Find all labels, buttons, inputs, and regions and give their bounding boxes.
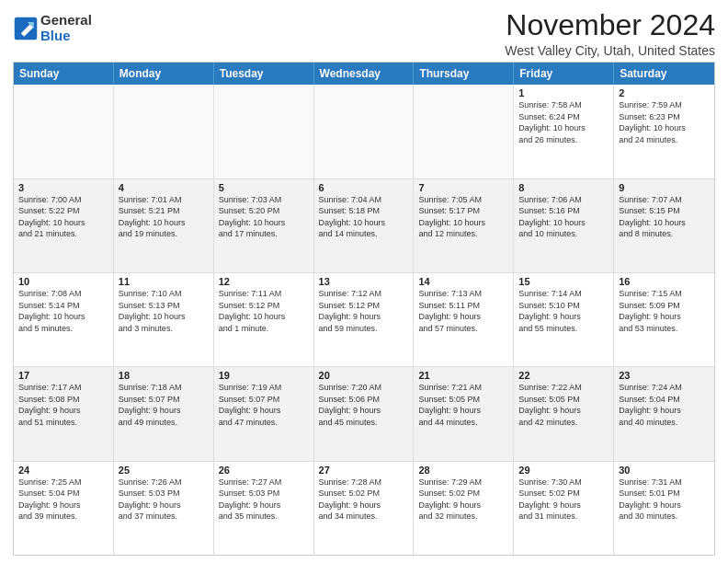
cal-cell-1-1: 4Sunrise: 7:01 AM Sunset: 5:21 PM Daylig…: [114, 179, 214, 272]
header-day-thursday: Thursday: [414, 63, 514, 85]
day-info: Sunrise: 7:27 AM Sunset: 5:03 PM Dayligh…: [219, 477, 309, 523]
day-number: 17: [18, 370, 108, 381]
day-info: Sunrise: 7:31 AM Sunset: 5:01 PM Dayligh…: [619, 477, 710, 523]
day-number: 19: [219, 370, 309, 381]
calendar-header: SundayMondayTuesdayWednesdayThursdayFrid…: [14, 63, 714, 85]
day-number: 5: [219, 182, 309, 193]
month-title: November 2024: [505, 9, 715, 41]
cal-cell-2-3: 13Sunrise: 7:12 AM Sunset: 5:12 PM Dayli…: [314, 273, 415, 366]
cal-cell-0-2: [214, 85, 314, 178]
day-number: 20: [319, 370, 409, 381]
day-number: 8: [518, 182, 609, 193]
cal-cell-1-4: 7Sunrise: 7:05 AM Sunset: 5:17 PM Daylig…: [414, 179, 514, 272]
cal-cell-3-6: 23Sunrise: 7:24 AM Sunset: 5:04 PM Dayli…: [614, 367, 714, 460]
cal-cell-4-4: 28Sunrise: 7:29 AM Sunset: 5:02 PM Dayli…: [414, 462, 514, 555]
day-number: 27: [319, 465, 409, 476]
day-info: Sunrise: 7:10 AM Sunset: 5:13 PM Dayligh…: [119, 288, 209, 334]
day-number: 12: [219, 276, 309, 287]
day-number: 15: [518, 276, 609, 287]
day-info: Sunrise: 7:19 AM Sunset: 5:07 PM Dayligh…: [219, 382, 309, 428]
cal-cell-2-0: 10Sunrise: 7:08 AM Sunset: 5:14 PM Dayli…: [14, 273, 114, 366]
cal-cell-4-2: 26Sunrise: 7:27 AM Sunset: 5:03 PM Dayli…: [214, 462, 314, 555]
day-info: Sunrise: 7:08 AM Sunset: 5:14 PM Dayligh…: [18, 288, 108, 334]
cal-cell-2-4: 14Sunrise: 7:13 AM Sunset: 5:11 PM Dayli…: [414, 273, 514, 366]
cal-cell-4-1: 25Sunrise: 7:26 AM Sunset: 5:03 PM Dayli…: [114, 462, 214, 555]
cal-cell-4-3: 27Sunrise: 7:28 AM Sunset: 5:02 PM Dayli…: [314, 462, 415, 555]
day-number: 10: [18, 276, 108, 287]
logo-blue-text: Blue: [40, 29, 92, 44]
day-info: Sunrise: 7:01 AM Sunset: 5:21 PM Dayligh…: [119, 194, 209, 240]
day-number: 16: [619, 276, 710, 287]
header-day-wednesday: Wednesday: [314, 63, 415, 85]
day-info: Sunrise: 7:30 AM Sunset: 5:02 PM Dayligh…: [518, 477, 609, 523]
header: General Blue November 2024 West Valley C…: [13, 9, 715, 58]
header-day-tuesday: Tuesday: [214, 63, 314, 85]
day-number: 7: [418, 182, 508, 193]
day-number: 23: [619, 370, 710, 381]
page: General Blue November 2024 West Valley C…: [0, 0, 728, 563]
cal-cell-1-6: 9Sunrise: 7:07 AM Sunset: 5:15 PM Daylig…: [614, 179, 714, 272]
cal-cell-4-6: 30Sunrise: 7:31 AM Sunset: 5:01 PM Dayli…: [614, 462, 714, 555]
day-info: Sunrise: 7:04 AM Sunset: 5:18 PM Dayligh…: [319, 194, 409, 240]
day-info: Sunrise: 7:14 AM Sunset: 5:10 PM Dayligh…: [518, 288, 609, 334]
day-info: Sunrise: 7:24 AM Sunset: 5:04 PM Dayligh…: [619, 382, 710, 428]
day-number: 25: [119, 465, 209, 476]
day-number: 2: [619, 87, 710, 98]
cal-cell-1-0: 3Sunrise: 7:00 AM Sunset: 5:22 PM Daylig…: [14, 179, 114, 272]
day-info: Sunrise: 7:29 AM Sunset: 5:02 PM Dayligh…: [418, 477, 508, 523]
logo-icon: [13, 16, 39, 41]
day-number: 22: [518, 370, 609, 381]
day-number: 13: [319, 276, 409, 287]
day-info: Sunrise: 7:03 AM Sunset: 5:20 PM Dayligh…: [219, 194, 309, 240]
day-info: Sunrise: 7:06 AM Sunset: 5:16 PM Dayligh…: [518, 194, 609, 240]
cal-cell-3-4: 21Sunrise: 7:21 AM Sunset: 5:05 PM Dayli…: [414, 367, 514, 460]
day-number: 30: [619, 465, 710, 476]
cal-cell-0-3: [314, 85, 415, 178]
cal-cell-3-3: 20Sunrise: 7:20 AM Sunset: 5:06 PM Dayli…: [314, 367, 415, 460]
cal-cell-4-0: 24Sunrise: 7:25 AM Sunset: 5:04 PM Dayli…: [14, 462, 114, 555]
day-number: 26: [219, 465, 309, 476]
location-text: West Valley City, Utah, United States: [505, 43, 715, 58]
cal-cell-0-0: [14, 85, 114, 178]
day-number: 24: [18, 465, 108, 476]
cal-cell-1-2: 5Sunrise: 7:03 AM Sunset: 5:20 PM Daylig…: [214, 179, 314, 272]
cal-cell-2-1: 11Sunrise: 7:10 AM Sunset: 5:13 PM Dayli…: [114, 273, 214, 366]
cal-cell-0-1: [114, 85, 214, 178]
cal-cell-0-4: [414, 85, 514, 178]
day-number: 1: [518, 87, 609, 98]
header-day-friday: Friday: [514, 63, 614, 85]
day-info: Sunrise: 7:17 AM Sunset: 5:08 PM Dayligh…: [18, 382, 108, 428]
cal-cell-2-6: 16Sunrise: 7:15 AM Sunset: 5:09 PM Dayli…: [614, 273, 714, 366]
day-info: Sunrise: 7:15 AM Sunset: 5:09 PM Dayligh…: [619, 288, 710, 334]
cal-cell-3-0: 17Sunrise: 7:17 AM Sunset: 5:08 PM Dayli…: [14, 367, 114, 460]
cal-cell-3-5: 22Sunrise: 7:22 AM Sunset: 5:05 PM Dayli…: [514, 367, 614, 460]
cal-cell-3-2: 19Sunrise: 7:19 AM Sunset: 5:07 PM Dayli…: [214, 367, 314, 460]
cal-cell-1-3: 6Sunrise: 7:04 AM Sunset: 5:18 PM Daylig…: [314, 179, 415, 272]
day-info: Sunrise: 7:21 AM Sunset: 5:05 PM Dayligh…: [418, 382, 508, 428]
cal-cell-3-1: 18Sunrise: 7:18 AM Sunset: 5:07 PM Dayli…: [114, 367, 214, 460]
day-info: Sunrise: 7:28 AM Sunset: 5:02 PM Dayligh…: [319, 477, 409, 523]
day-info: Sunrise: 7:25 AM Sunset: 5:04 PM Dayligh…: [18, 477, 108, 523]
logo: General Blue: [13, 13, 92, 43]
day-info: Sunrise: 7:00 AM Sunset: 5:22 PM Dayligh…: [18, 194, 108, 240]
day-number: 29: [518, 465, 609, 476]
week-row-0: 1Sunrise: 7:58 AM Sunset: 6:24 PM Daylig…: [14, 85, 714, 178]
day-info: Sunrise: 7:18 AM Sunset: 5:07 PM Dayligh…: [119, 382, 209, 428]
day-number: 9: [619, 182, 710, 193]
week-row-4: 24Sunrise: 7:25 AM Sunset: 5:04 PM Dayli…: [14, 462, 714, 555]
cal-cell-2-5: 15Sunrise: 7:14 AM Sunset: 5:10 PM Dayli…: [514, 273, 614, 366]
day-number: 6: [319, 182, 409, 193]
day-info: Sunrise: 7:11 AM Sunset: 5:12 PM Dayligh…: [219, 288, 309, 334]
cal-cell-0-5: 1Sunrise: 7:58 AM Sunset: 6:24 PM Daylig…: [514, 85, 614, 178]
cal-cell-4-5: 29Sunrise: 7:30 AM Sunset: 5:02 PM Dayli…: [514, 462, 614, 555]
header-day-monday: Monday: [114, 63, 214, 85]
calendar-body: 1Sunrise: 7:58 AM Sunset: 6:24 PM Daylig…: [14, 85, 714, 555]
day-info: Sunrise: 7:05 AM Sunset: 5:17 PM Dayligh…: [418, 194, 508, 240]
logo-text: General Blue: [40, 13, 92, 43]
cal-cell-1-5: 8Sunrise: 7:06 AM Sunset: 5:16 PM Daylig…: [514, 179, 614, 272]
day-number: 18: [119, 370, 209, 381]
week-row-3: 17Sunrise: 7:17 AM Sunset: 5:08 PM Dayli…: [14, 367, 714, 461]
day-info: Sunrise: 7:58 AM Sunset: 6:24 PM Dayligh…: [518, 99, 609, 145]
week-row-2: 10Sunrise: 7:08 AM Sunset: 5:14 PM Dayli…: [14, 273, 714, 367]
day-number: 3: [18, 182, 108, 193]
